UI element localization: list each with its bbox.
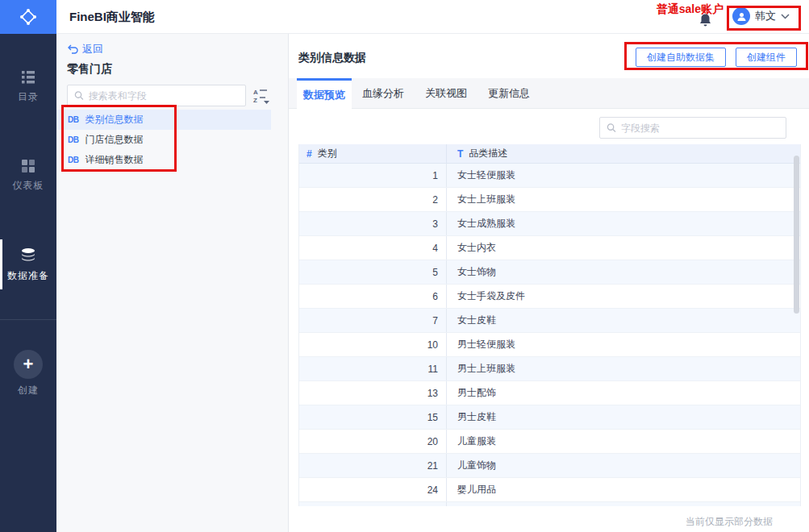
table-row: 13男士配饰 (299, 381, 800, 405)
cell-category-desc: 婴儿用品 (446, 478, 800, 501)
table-item-store-info[interactable]: DB 门店信息数据 (56, 130, 271, 150)
cell-category-desc: 男士配饰 (446, 381, 800, 405)
sidebar-item-create[interactable]: + 创建 (0, 350, 56, 397)
vertical-scrollbar-thumb[interactable] (794, 156, 799, 314)
directory-icon (19, 69, 37, 85)
column-header-description[interactable]: T 品类描述 (446, 144, 800, 163)
dashboard-icon (20, 158, 36, 174)
tab-data-preview[interactable]: 数据预览 (297, 78, 352, 110)
finebi-logo[interactable] (0, 0, 56, 34)
partial-data-note: 当前仅显示部分数据 (686, 515, 773, 529)
field-search-box[interactable] (599, 117, 786, 139)
back-icon (67, 44, 78, 55)
cell-category-desc: 女士成熟服装 (446, 212, 800, 235)
table-row: 4女士内衣 (299, 236, 800, 260)
cell-category-id: 24 (299, 478, 446, 501)
plus-icon: + (23, 355, 34, 373)
table-item-label: 类别信息数据 (85, 113, 143, 127)
sidebar-item-data-preparation[interactable]: 数据准备 (0, 247, 56, 283)
table-row: 20儿童服装 (299, 430, 800, 454)
finebi-logo-icon (19, 7, 38, 27)
cell-category-desc: 儿童服装 (446, 430, 800, 453)
table-row: 6女士手袋及皮件 (299, 285, 800, 309)
business-package-title: 零售门店 (67, 62, 112, 77)
column-header-category[interactable]: # 类别 (299, 144, 446, 163)
table-item-label: 详细销售数据 (85, 153, 143, 167)
table-row: 11男士上班服装 (299, 357, 800, 381)
cell-category-desc: 女士饰物 (446, 260, 800, 284)
cell-category-id: 11 (299, 357, 446, 380)
cell-category-id: 21 (299, 454, 446, 477)
cell-category-desc: 女士手袋及皮件 (446, 285, 800, 308)
tab-relation-view[interactable]: 关联视图 (415, 78, 477, 109)
tab-lineage-analysis[interactable]: 血缘分析 (352, 78, 415, 109)
db-table-icon: DB (68, 135, 78, 144)
search-icon (74, 90, 84, 101)
table-row: 3女士成熟服装 (299, 212, 800, 236)
db-table-icon: DB (68, 156, 78, 164)
active-indicator (0, 239, 2, 289)
sidebar-item-directory[interactable]: 目录 (0, 69, 56, 104)
page-title: 类别信息数据 (298, 51, 366, 65)
sidebar-item-label: 创建 (0, 384, 56, 397)
cell-category-id: 15 (299, 405, 446, 429)
create-plus-button[interactable]: + (14, 350, 43, 379)
database-icon (19, 247, 37, 264)
table-item-sales-detail[interactable]: DB 详细销售数据 (56, 150, 271, 170)
avatar (732, 7, 750, 25)
column-label: 类别 (318, 147, 337, 160)
table-row: 15男士皮鞋 (299, 405, 800, 430)
table-row: 2女士上班服装 (299, 188, 800, 212)
back-label: 返回 (82, 42, 103, 56)
sidebar-item-label: 数据准备 (0, 269, 56, 283)
user-name: 韩文 (755, 9, 776, 23)
cell-category-desc: 男士轻便服装 (446, 333, 800, 356)
cell-category-id: 6 (299, 285, 446, 308)
number-type-icon: # (307, 148, 312, 160)
svg-text:Z: Z (253, 97, 257, 104)
table-list: DB 类别信息数据 DB 门店信息数据 DB 详细销售数据 (56, 110, 288, 170)
action-buttons: 创建自助数据集 创建组件 (636, 48, 797, 67)
table-row: 10男士轻便服装 (299, 333, 800, 357)
table-search-box[interactable] (67, 85, 246, 106)
annotation-account-label: 普通sale账户 (657, 2, 724, 17)
table-row-partial (299, 502, 800, 506)
sort-icon[interactable]: A Z (252, 87, 271, 105)
back-button[interactable]: 返回 (67, 42, 103, 56)
table-row: 21儿童饰物 (299, 454, 800, 478)
app-title: FineBI商业智能 (69, 10, 155, 25)
cell-category-id: 20 (299, 430, 446, 453)
db-table-icon: DB (68, 115, 78, 124)
cell-category-desc: 儿童饰物 (446, 454, 800, 477)
sidebar-item-dashboard[interactable]: 仪表板 (0, 158, 56, 193)
table-item-label: 门店信息数据 (85, 133, 143, 147)
table-header: # 类别 T 品类描述 (299, 144, 800, 164)
cell-category-id: 3 (299, 212, 446, 235)
cell-category-id: 4 (299, 236, 446, 260)
table-row: 5女士饰物 (299, 260, 800, 285)
cell-category-desc: 女士上班服装 (446, 188, 800, 211)
cell-category-id: 7 (299, 309, 446, 332)
cell-category-desc: 男士皮鞋 (446, 405, 800, 429)
table-row: 24婴儿用品 (299, 478, 800, 502)
sidebar-item-label: 仪表板 (0, 179, 56, 193)
cell-category-id: 10 (299, 333, 446, 356)
create-self-dataset-button[interactable]: 创建自助数据集 (636, 48, 726, 67)
tab-update-info[interactable]: 更新信息 (477, 78, 540, 109)
table-item-category-info[interactable]: DB 类别信息数据 (56, 110, 271, 130)
table-search-input[interactable] (89, 90, 239, 102)
detail-tabs: 数据预览 血缘分析 关联视图 更新信息 (289, 78, 809, 109)
cell-category-desc: 女士轻便服装 (446, 164, 800, 187)
cell-category-desc: 男士上班服装 (446, 357, 800, 380)
svg-text:A: A (253, 89, 258, 96)
sidebar-item-label: 目录 (0, 90, 56, 104)
cell-category-id: 1 (299, 164, 446, 187)
cell-category-id: 13 (299, 381, 446, 405)
user-menu[interactable]: 韩文 (732, 7, 790, 25)
table-row: 7女士皮鞋 (299, 309, 800, 333)
cell-category-id: 2 (299, 188, 446, 211)
table-browser-panel: 返回 零售门店 A Z DB 类别信息数据 DB 门店信息数据 (56, 34, 289, 532)
field-search-input[interactable] (621, 123, 779, 134)
create-component-button[interactable]: 创建组件 (736, 48, 797, 67)
cell-category-id: 5 (299, 260, 446, 284)
